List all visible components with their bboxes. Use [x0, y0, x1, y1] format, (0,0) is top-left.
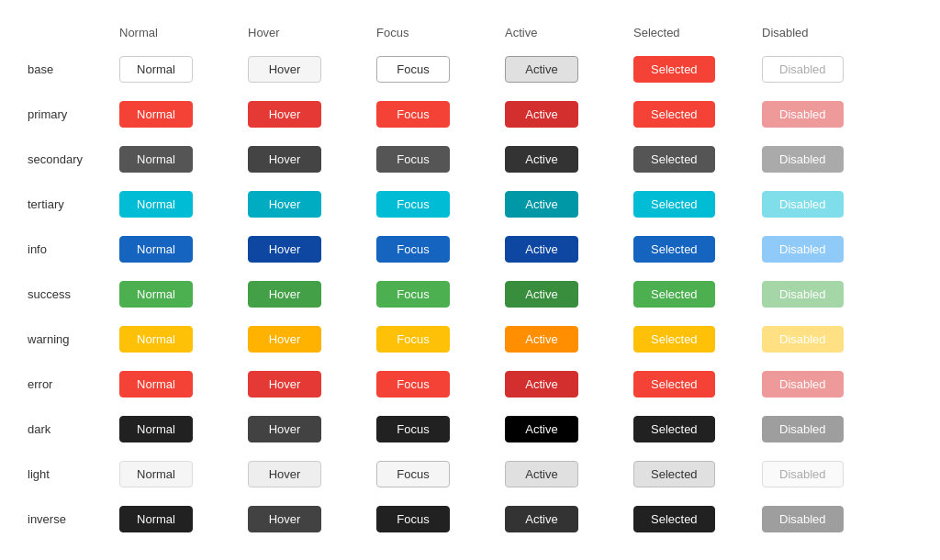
header-disabled: Disabled	[753, 18, 881, 47]
btn-warning-active[interactable]: Active	[505, 326, 578, 353]
btn-error-focus[interactable]: Focus	[376, 371, 450, 398]
btn-base-disabled[interactable]: Disabled	[762, 56, 844, 83]
btn-light-selected[interactable]: Selected	[633, 461, 715, 487]
cell-secondary-selected: Selected	[624, 137, 753, 182]
cell-light-focus: Focus	[367, 452, 496, 497]
btn-base-hover[interactable]: Hover	[248, 56, 321, 83]
btn-light-disabled[interactable]: Disabled	[762, 461, 844, 487]
cell-light-disabled: Disabled	[753, 452, 881, 497]
btn-info-disabled[interactable]: Disabled	[762, 236, 844, 263]
cell-light-hover: Hover	[239, 452, 367, 497]
btn-inverse-hover[interactable]: Hover	[248, 506, 321, 532]
btn-error-active[interactable]: Active	[505, 371, 578, 398]
cell-inverse-selected: Selected	[624, 497, 753, 542]
btn-dark-focus[interactable]: Focus	[376, 416, 450, 442]
btn-tertiary-disabled[interactable]: Disabled	[762, 191, 844, 218]
cell-success-selected: Selected	[624, 272, 753, 317]
btn-inverse-disabled[interactable]: Disabled	[762, 506, 844, 532]
cell-error-disabled: Disabled	[753, 362, 881, 407]
btn-info-hover[interactable]: Hover	[248, 236, 321, 263]
btn-tertiary-focus[interactable]: Focus	[376, 191, 450, 218]
cell-error-selected: Selected	[624, 362, 753, 407]
cell-warning-selected: Selected	[624, 317, 753, 362]
btn-dark-disabled[interactable]: Disabled	[762, 416, 844, 442]
btn-dark-active[interactable]: Active	[505, 416, 578, 442]
btn-error-selected[interactable]: Selected	[633, 371, 715, 398]
btn-secondary-normal[interactable]: Normal	[119, 146, 193, 173]
cell-tertiary-active: Active	[496, 182, 624, 227]
btn-secondary-active[interactable]: Active	[505, 146, 578, 173]
cell-warning-active: Active	[496, 317, 624, 362]
cell-info-hover: Hover	[239, 227, 367, 272]
btn-inverse-selected[interactable]: Selected	[633, 506, 715, 532]
btn-tertiary-hover[interactable]: Hover	[248, 191, 321, 218]
btn-success-focus[interactable]: Focus	[376, 281, 450, 308]
btn-inverse-active[interactable]: Active	[505, 506, 578, 532]
btn-info-focus[interactable]: Focus	[376, 236, 450, 263]
btn-primary-focus[interactable]: Focus	[376, 101, 450, 128]
row-label-tertiary: tertiary	[18, 185, 110, 224]
cell-warning-disabled: Disabled	[753, 317, 881, 362]
row-label-warning: warning	[18, 319, 110, 359]
cell-primary-active: Active	[496, 92, 624, 137]
btn-warning-normal[interactable]: Normal	[119, 326, 193, 353]
btn-warning-disabled[interactable]: Disabled	[762, 326, 844, 353]
row-label-success: success	[18, 274, 110, 314]
btn-warning-focus[interactable]: Focus	[376, 326, 450, 353]
row-label-base: base	[18, 50, 110, 89]
btn-secondary-focus[interactable]: Focus	[376, 146, 450, 173]
cell-tertiary-hover: Hover	[239, 182, 367, 227]
btn-primary-selected[interactable]: Selected	[633, 101, 715, 128]
btn-warning-hover[interactable]: Hover	[248, 326, 321, 353]
btn-info-active[interactable]: Active	[505, 236, 578, 263]
btn-dark-selected[interactable]: Selected	[633, 416, 715, 442]
cell-inverse-hover: Hover	[239, 497, 367, 542]
cell-dark-selected: Selected	[624, 407, 753, 452]
cell-primary-hover: Hover	[239, 92, 367, 137]
cell-secondary-focus: Focus	[367, 137, 496, 182]
btn-light-hover[interactable]: Hover	[248, 461, 321, 487]
btn-error-disabled[interactable]: Disabled	[762, 371, 844, 398]
btn-primary-disabled[interactable]: Disabled	[762, 101, 844, 128]
btn-secondary-hover[interactable]: Hover	[248, 146, 321, 173]
btn-inverse-focus[interactable]: Focus	[376, 506, 450, 532]
cell-inverse-disabled: Disabled	[753, 497, 881, 542]
btn-light-normal[interactable]: Normal	[119, 461, 193, 487]
btn-success-active[interactable]: Active	[505, 281, 578, 308]
btn-success-hover[interactable]: Hover	[248, 281, 321, 308]
row-label-light: light	[18, 454, 110, 494]
btn-secondary-disabled[interactable]: Disabled	[762, 146, 844, 173]
cell-warning-hover: Hover	[239, 317, 367, 362]
btn-base-selected[interactable]: Selected	[633, 56, 715, 83]
btn-success-selected[interactable]: Selected	[633, 281, 715, 308]
cell-error-active: Active	[496, 362, 624, 407]
btn-tertiary-selected[interactable]: Selected	[633, 191, 715, 218]
btn-tertiary-normal[interactable]: Normal	[119, 191, 193, 218]
btn-error-hover[interactable]: Hover	[248, 371, 321, 398]
btn-base-active[interactable]: Active	[505, 56, 578, 83]
header-active: Active	[496, 18, 624, 47]
cell-primary-disabled: Disabled	[753, 92, 881, 137]
btn-success-normal[interactable]: Normal	[119, 281, 193, 308]
row-label-inverse: inverse	[18, 499, 110, 539]
btn-secondary-selected[interactable]: Selected	[633, 146, 715, 173]
btn-primary-hover[interactable]: Hover	[248, 101, 321, 128]
row-label-dark: dark	[18, 409, 110, 449]
btn-warning-selected[interactable]: Selected	[633, 326, 715, 353]
btn-info-normal[interactable]: Normal	[119, 236, 193, 263]
btn-base-normal[interactable]: Normal	[119, 56, 193, 83]
btn-light-active[interactable]: Active	[505, 461, 578, 487]
btn-light-focus[interactable]: Focus	[376, 461, 450, 487]
btn-inverse-normal[interactable]: Normal	[119, 506, 193, 532]
btn-error-normal[interactable]: Normal	[119, 371, 193, 398]
cell-inverse-active: Active	[496, 497, 624, 542]
btn-dark-hover[interactable]: Hover	[248, 416, 321, 442]
btn-primary-active[interactable]: Active	[505, 101, 578, 128]
btn-tertiary-active[interactable]: Active	[505, 191, 578, 218]
header-focus: Focus	[367, 18, 496, 47]
btn-success-disabled[interactable]: Disabled	[762, 281, 844, 308]
btn-base-focus[interactable]: Focus	[376, 56, 450, 83]
btn-info-selected[interactable]: Selected	[633, 236, 715, 263]
btn-primary-normal[interactable]: Normal	[119, 101, 193, 128]
btn-dark-normal[interactable]: Normal	[119, 416, 193, 442]
